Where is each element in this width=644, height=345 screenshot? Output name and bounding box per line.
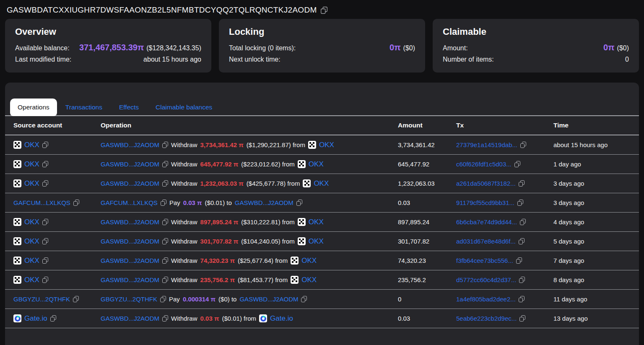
- copy-icon[interactable]: [42, 219, 48, 225]
- copy-icon[interactable]: [520, 142, 526, 148]
- copy-icon[interactable]: [162, 219, 168, 225]
- tx-link[interactable]: ad031d67e8e48d6f...: [456, 238, 516, 245]
- exchange-link[interactable]: OKX: [301, 276, 317, 284]
- tab-transactions[interactable]: Transactions: [57, 99, 111, 116]
- table-header: Source account Operation Amount Tx Time: [5, 116, 639, 135]
- copy-icon[interactable]: [301, 296, 307, 302]
- tx-link[interactable]: 6b6cba7e74d9dd44...: [456, 218, 517, 226]
- exchange-link[interactable]: OKX: [319, 141, 334, 149]
- tx-link[interactable]: f3fb64cee73bc556...: [456, 257, 513, 264]
- exchange-link[interactable]: OKX: [301, 257, 317, 265]
- copy-address-icon[interactable]: [321, 7, 327, 14]
- exchange-link[interactable]: OKX: [24, 276, 39, 284]
- tx-link[interactable]: d5772cc60c4d2d37...: [456, 276, 516, 283]
- copy-icon[interactable]: [42, 238, 48, 244]
- copy-icon[interactable]: [161, 200, 166, 206]
- copy-icon[interactable]: [519, 238, 525, 244]
- account-link[interactable]: GASWBD...J2AODM: [101, 276, 159, 283]
- operation-text: Withdraw: [171, 315, 197, 322]
- copy-icon[interactable]: [42, 277, 48, 283]
- exchange-link[interactable]: Gate.io: [270, 314, 293, 323]
- copy-icon[interactable]: [73, 200, 79, 206]
- copy-icon[interactable]: [296, 200, 302, 206]
- operation-cell: GASWBD...J2AODMWithdraw74,320.23 π($25,6…: [101, 257, 398, 265]
- exchange-link[interactable]: Gate.io: [24, 314, 47, 323]
- time-cell: 13 days ago: [553, 315, 631, 322]
- copy-icon[interactable]: [42, 257, 48, 264]
- copy-icon[interactable]: [42, 142, 48, 148]
- operation-text: ($0) to: [218, 296, 236, 303]
- copy-icon[interactable]: [517, 200, 523, 206]
- time-cell: 11 days ago: [553, 296, 631, 303]
- copy-icon[interactable]: [162, 161, 168, 167]
- copy-icon[interactable]: [519, 315, 525, 322]
- account-link[interactable]: GASWBD...J2AODM: [101, 161, 159, 168]
- account-link[interactable]: GBGYZU...2QTHFK: [13, 296, 70, 303]
- exchange-link[interactable]: OKX: [309, 160, 324, 169]
- tx-link[interactable]: 91179cf55cd9bb31...: [456, 199, 514, 206]
- copy-icon[interactable]: [519, 277, 525, 283]
- copy-icon[interactable]: [162, 238, 168, 244]
- account-link[interactable]: GAFCUM...LXLKQS: [13, 199, 70, 206]
- exchange-link[interactable]: OKX: [309, 218, 324, 226]
- copy-icon[interactable]: [73, 296, 79, 302]
- exchange-link[interactable]: OKX: [24, 179, 39, 188]
- copy-icon[interactable]: [162, 180, 168, 187]
- copy-icon[interactable]: [519, 296, 525, 302]
- pi-amount-purple: 0.000314 π: [183, 296, 216, 303]
- account-link[interactable]: GASWBD...J2AODM: [101, 238, 159, 245]
- tx-cell: 6b6cba7e74d9dd44...: [456, 218, 553, 226]
- header-amount: Amount: [398, 122, 456, 129]
- account-link[interactable]: GAFCUM...LXLKQS: [101, 199, 158, 206]
- account-link[interactable]: GASWBD...J2AODM: [101, 315, 159, 322]
- copy-icon[interactable]: [520, 219, 526, 225]
- claimable-amount-label: Amount:: [443, 44, 468, 52]
- last-modified-value: about 15 hours ago: [143, 56, 201, 63]
- exchange-link[interactable]: OKX: [24, 160, 39, 169]
- activity-panel: Operations Transactions Effects Claimabl…: [5, 83, 639, 345]
- exchange-link[interactable]: OKX: [24, 218, 39, 226]
- okx-icon: [13, 179, 21, 187]
- exchange-link[interactable]: OKX: [24, 141, 39, 149]
- copy-icon[interactable]: [519, 180, 525, 187]
- account-link[interactable]: GASWBD...J2AODM: [101, 257, 159, 264]
- account-link[interactable]: GASWBD...J2AODM: [235, 199, 293, 206]
- account-link[interactable]: GASWBD...J2AODM: [239, 296, 298, 303]
- exchange-link[interactable]: OKX: [24, 257, 39, 265]
- tab-effects[interactable]: Effects: [111, 99, 147, 116]
- pi-amount-red: 235,756.2 π: [200, 276, 235, 283]
- copy-icon[interactable]: [162, 257, 168, 264]
- copy-icon[interactable]: [160, 296, 166, 302]
- copy-icon[interactable]: [514, 161, 520, 167]
- tab-operations[interactable]: Operations: [10, 99, 57, 116]
- copy-icon[interactable]: [50, 315, 56, 322]
- copy-icon[interactable]: [42, 161, 48, 167]
- account-link[interactable]: GASWBD...J2AODM: [101, 218, 159, 226]
- pi-amount-red: 897,895.24 π: [200, 218, 239, 226]
- amount-cell: 0.03: [398, 199, 456, 206]
- tx-cell: a261da50687f3182...: [456, 180, 553, 187]
- copy-icon[interactable]: [162, 277, 168, 283]
- copy-icon[interactable]: [516, 257, 522, 264]
- tx-link[interactable]: 5eab6e223cb2d9ec...: [456, 315, 517, 322]
- table-row: OKXGASWBD...J2AODMWithdraw1,232,063.03 π…: [5, 174, 639, 193]
- account-link[interactable]: GASWBD...J2AODM: [101, 141, 159, 148]
- tx-cell: c60f626fdf1c5d03...: [456, 161, 553, 168]
- pi-amount-red: 74,320.23 π: [200, 257, 235, 264]
- tab-claimable-balances[interactable]: Claimable balances: [147, 99, 221, 116]
- account-link[interactable]: GBGYZU...2QTHFK: [101, 296, 157, 303]
- exchange-link[interactable]: OKX: [314, 179, 329, 188]
- copy-icon[interactable]: [162, 142, 168, 148]
- next-unlock-label: Next unlock time:: [229, 56, 280, 63]
- tx-link[interactable]: 27379e1a14519dab...: [456, 141, 517, 148]
- source-account-cell: OKX: [13, 257, 101, 265]
- exchange-link[interactable]: OKX: [24, 237, 39, 246]
- tx-link[interactable]: a261da50687f3182...: [456, 180, 516, 187]
- tx-link[interactable]: 1a4ef805bad2dee2...: [456, 296, 516, 303]
- account-link[interactable]: GASWBD...J2AODM: [101, 180, 159, 187]
- copy-icon[interactable]: [162, 315, 168, 322]
- tx-link[interactable]: c60f626fdf1c5d03...: [456, 161, 512, 168]
- exchange-link[interactable]: OKX: [309, 237, 324, 246]
- pi-amount-red: 645,477.92 π: [200, 161, 239, 168]
- copy-icon[interactable]: [42, 180, 48, 187]
